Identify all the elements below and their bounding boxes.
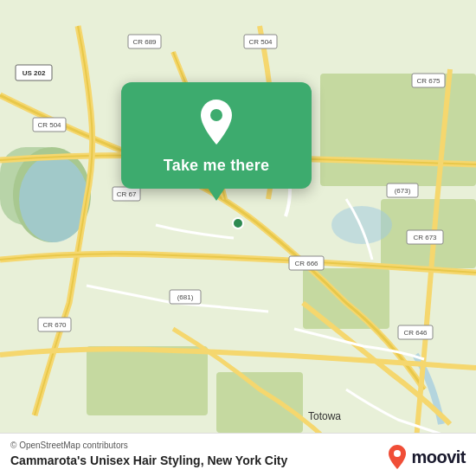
svg-point-35 bbox=[210, 109, 222, 121]
svg-rect-0 bbox=[320, 74, 476, 186]
svg-text:CR 646: CR 646 bbox=[403, 329, 428, 337]
take-me-there-button[interactable]: Take me there bbox=[164, 157, 269, 175]
svg-rect-5 bbox=[87, 346, 208, 415]
svg-text:CR 670: CR 670 bbox=[42, 321, 67, 329]
svg-text:CR 504: CR 504 bbox=[248, 38, 273, 46]
svg-point-36 bbox=[394, 450, 401, 457]
svg-text:US 202: US 202 bbox=[23, 69, 46, 77]
svg-text:CR 504: CR 504 bbox=[37, 121, 61, 129]
svg-text:CR 675: CR 675 bbox=[416, 77, 441, 85]
popup-card: Take me there bbox=[121, 82, 312, 189]
svg-text:CR 673: CR 673 bbox=[413, 234, 437, 241]
moovit-logo: moovit bbox=[387, 445, 466, 469]
map-container: US 202 CR 689 CR 504 CR 675 CR 504 CR 67… bbox=[0, 0, 476, 476]
bottom-bar: © OpenStreetMap contributors Cammarota's… bbox=[0, 433, 476, 476]
svg-point-34 bbox=[233, 218, 243, 228]
svg-text:Totowa: Totowa bbox=[308, 410, 341, 422]
map-roads: US 202 CR 689 CR 504 CR 675 CR 504 CR 67… bbox=[0, 0, 476, 476]
moovit-pin-icon bbox=[387, 445, 408, 469]
svg-text:CR 666: CR 666 bbox=[294, 260, 318, 267]
location-pin-icon bbox=[196, 100, 237, 148]
svg-text:CR 67: CR 67 bbox=[117, 190, 137, 198]
svg-rect-6 bbox=[216, 372, 303, 433]
location-icon-wrapper bbox=[192, 100, 241, 148]
svg-point-7 bbox=[19, 156, 88, 242]
moovit-brand-text: moovit bbox=[411, 447, 466, 467]
svg-text:(673): (673) bbox=[395, 187, 411, 195]
svg-text:CR 689: CR 689 bbox=[132, 38, 157, 46]
svg-text:(681): (681) bbox=[177, 293, 194, 301]
